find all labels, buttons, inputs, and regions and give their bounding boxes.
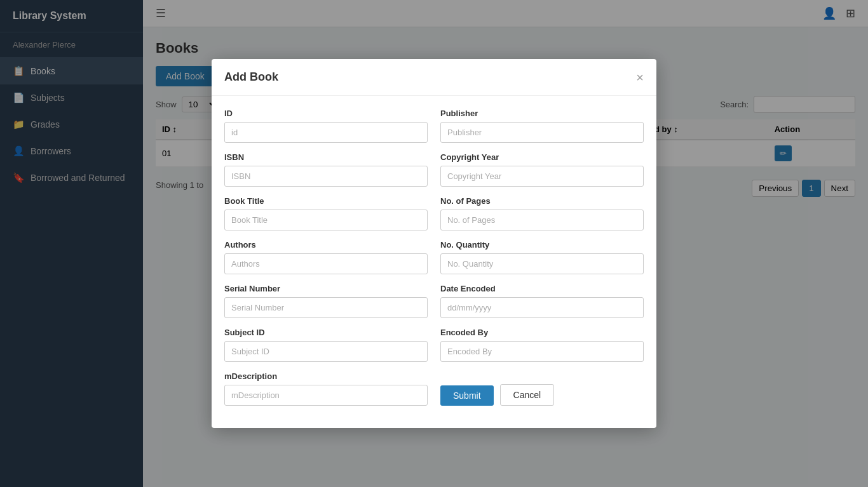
- copyright-year-label: Copyright Year: [440, 152, 644, 162]
- form-row-1: ID Publisher: [224, 109, 644, 143]
- form-row-3: Book Title No. of Pages: [224, 196, 644, 230]
- mdescription-label: mDescription: [224, 371, 428, 381]
- form-group-no-of-pages: No. of Pages: [440, 196, 644, 230]
- mdescription-input[interactable]: [224, 385, 428, 406]
- form-group-publisher: Publisher: [440, 109, 644, 143]
- form-group-mdescription: mDescription: [224, 371, 428, 406]
- form-group-isbn: ISBN: [224, 152, 428, 187]
- id-input[interactable]: [224, 122, 428, 143]
- form-group-date-encoded: Date Encoded: [440, 284, 644, 318]
- subject-id-label: Subject ID: [224, 328, 428, 337]
- no-quantity-input[interactable]: [440, 253, 644, 274]
- form-row-7: mDescription Submit Cancel: [224, 371, 644, 406]
- no-of-pages-input[interactable]: [440, 210, 644, 230]
- modal-title: Add Book: [224, 70, 278, 84]
- form-group-copyright-year: Copyright Year: [440, 152, 644, 187]
- isbn-label: ISBN: [224, 152, 428, 162]
- date-encoded-label: Date Encoded: [440, 284, 644, 293]
- serial-number-label: Serial Number: [224, 284, 428, 293]
- modal-body: ID Publisher ISBN Copyright Year: [212, 96, 656, 428]
- date-encoded-input[interactable]: [440, 297, 644, 318]
- form-group-subject-id: Subject ID: [224, 328, 428, 362]
- no-quantity-label: No. Quantity: [440, 240, 644, 250]
- encoded-by-label: Encoded By: [440, 328, 644, 337]
- form-row-6: Subject ID Encoded By: [224, 328, 644, 362]
- copyright-year-input[interactable]: [440, 166, 644, 187]
- form-row-5: Serial Number Date Encoded: [224, 284, 644, 318]
- submit-button[interactable]: Submit: [440, 385, 494, 406]
- isbn-input[interactable]: [224, 166, 428, 187]
- encoded-by-input[interactable]: [440, 341, 644, 362]
- no-of-pages-label: No. of Pages: [440, 196, 644, 206]
- publisher-input[interactable]: [440, 122, 644, 143]
- form-row-4: Authors No. Quantity: [224, 240, 644, 274]
- authors-input[interactable]: [224, 253, 428, 274]
- form-group-encoded-by: Encoded By: [440, 328, 644, 362]
- form-group-no-quantity: No. Quantity: [440, 240, 644, 274]
- form-group-authors: Authors: [224, 240, 428, 274]
- publisher-label: Publisher: [440, 109, 644, 118]
- subject-id-input[interactable]: [224, 341, 428, 362]
- authors-label: Authors: [224, 240, 428, 250]
- form-group-actions: Submit Cancel: [440, 371, 644, 406]
- modal-close-button[interactable]: ×: [636, 71, 644, 84]
- form-group-serial-number: Serial Number: [224, 284, 428, 318]
- cancel-button[interactable]: Cancel: [500, 384, 555, 406]
- serial-number-input[interactable]: [224, 297, 428, 318]
- form-group-id: ID: [224, 109, 428, 143]
- modal-overlay[interactable]: Add Book × ID Publisher ISBN: [0, 0, 868, 487]
- form-row-2: ISBN Copyright Year: [224, 152, 644, 187]
- add-book-modal: Add Book × ID Publisher ISBN: [212, 59, 656, 428]
- form-group-book-title: Book Title: [224, 196, 428, 230]
- book-title-label: Book Title: [224, 196, 428, 206]
- modal-header: Add Book ×: [212, 59, 656, 96]
- id-label: ID: [224, 109, 428, 118]
- book-title-input[interactable]: [224, 210, 428, 230]
